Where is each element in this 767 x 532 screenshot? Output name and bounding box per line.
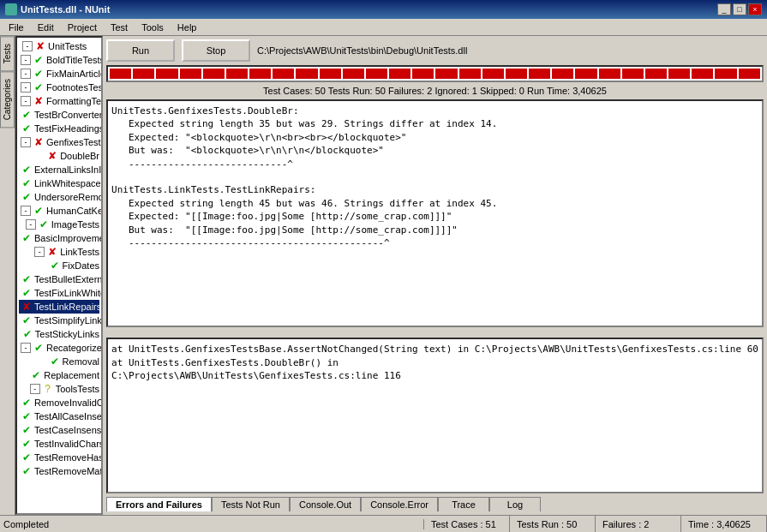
- tree-item[interactable]: ✔RemoveInvalidChars: [19, 396, 99, 409]
- tree-item[interactable]: ✔TestFixHeadings: [19, 122, 99, 135]
- tree-item-label: Replacement: [44, 370, 99, 380]
- tree-item[interactable]: -✔FixMainArticleTests: [19, 67, 99, 81]
- tree-item-label: DoubleBr: [60, 151, 99, 161]
- tree-item[interactable]: ✔TestRemoveHashFromPageTitle: [19, 451, 99, 464]
- tree-item-label: TestFixLinkWhitespace: [34, 288, 101, 298]
- tree-item[interactable]: ✔TestInvalidChars: [19, 437, 99, 451]
- progress-cell: [389, 69, 410, 79]
- menu-project[interactable]: Project: [61, 21, 104, 34]
- close-button[interactable]: ×: [748, 3, 762, 15]
- status-text: Completed: [0, 519, 424, 529]
- tree-item[interactable]: ✔FixDates: [19, 259, 99, 272]
- tree-item[interactable]: ✔TestRemoveMatches: [19, 464, 99, 478]
- splitter[interactable]: [106, 331, 764, 334]
- tree-item[interactable]: ✘TestLinkRepairs: [19, 300, 99, 314]
- test-tree[interactable]: -✘UnitTests-✔BoldTitleTests-✔FixMainArti…: [17, 38, 101, 513]
- tree-expand-icon[interactable]: -: [21, 55, 31, 65]
- bottom-tab-5[interactable]: Log: [489, 497, 541, 511]
- status-cells: Test Cases : 51Tests Run : 50Failures : …: [424, 516, 767, 533]
- side-tab-categories[interactable]: Categories: [0, 71, 15, 128]
- progress-cell: [622, 69, 644, 79]
- menu-file[interactable]: File: [2, 21, 31, 34]
- tree-item-label: FixDates: [63, 260, 99, 271]
- progress-cell: [203, 69, 225, 79]
- tree-item[interactable]: ✔BasicImprovements: [19, 231, 99, 245]
- tree-expand-icon[interactable]: -: [21, 137, 31, 147]
- tree-item-label: TestSimplifyLinks: [34, 315, 101, 326]
- progress-cell: [133, 69, 154, 79]
- tree-item[interactable]: -✘UnitTests: [19, 39, 99, 53]
- maximize-button[interactable]: □: [733, 3, 746, 15]
- tree-item[interactable]: -✔BoldTitleTests: [19, 53, 99, 67]
- tree-item[interactable]: ✔ExternalLinksInImageCaptions: [19, 163, 99, 176]
- tree-expand-icon[interactable]: -: [21, 69, 31, 79]
- side-tab-tests[interactable]: Tests: [0, 36, 15, 71]
- tree-item[interactable]: ✘DoubleBr: [19, 149, 99, 163]
- tree-expand-icon[interactable]: -: [34, 247, 45, 257]
- tree-item[interactable]: -✘GenfixesTests: [19, 135, 99, 149]
- tree-state-icon: ?: [42, 383, 54, 395]
- tree-item[interactable]: -✔RecategorizerTests: [19, 341, 99, 355]
- tree-item[interactable]: -?ToolsTests: [19, 382, 99, 396]
- run-button[interactable]: Run: [106, 39, 175, 62]
- tree-item[interactable]: ✔TestSimplifyLinks: [19, 314, 99, 327]
- tree-expand-icon[interactable]: -: [21, 82, 31, 93]
- status-cell-1: Tests Run : 50: [510, 516, 596, 533]
- bottom-tab-3[interactable]: Console.Error: [361, 497, 438, 511]
- tree-item[interactable]: -✔FootnotesTests: [19, 81, 99, 94]
- tree-item[interactable]: ✔LinkWhitespace: [19, 176, 99, 190]
- tree-item[interactable]: ✔TestAllCaseInsensitive: [19, 409, 99, 423]
- tree-state-icon: ✔: [30, 369, 42, 381]
- run-row: Run Stop C:\Projects\AWB\UnitTests\bin\D…: [106, 39, 764, 62]
- tree-state-icon: ✔: [21, 314, 33, 326]
- tree-item-label: RecategorizerTests: [46, 343, 101, 353]
- progress-cell: [180, 69, 201, 79]
- bottom-tab-0[interactable]: Errors and Failures: [106, 497, 212, 511]
- tree-item[interactable]: ✔TestBulletExternalLinks: [19, 272, 99, 286]
- tree-item[interactable]: ✔TestCaseInsensitive: [19, 423, 99, 437]
- minimize-button[interactable]: _: [717, 3, 731, 15]
- upper-output[interactable]: UnitTests.GenfixesTests.DoubleBr: Expect…: [106, 99, 764, 327]
- lower-output[interactable]: at UnitTests.GenfixesTestsBase.AssertNot…: [106, 338, 764, 493]
- tree-item[interactable]: ✔TestFixLinkWhitespace: [19, 286, 99, 300]
- tree-expand-icon[interactable]: -: [22, 41, 33, 51]
- tree-item[interactable]: -✔HumanCatKeyTests: [19, 204, 99, 218]
- tree-item[interactable]: ✔TestStickyLinks: [19, 327, 99, 341]
- tree-state-icon: ✔: [49, 356, 61, 368]
- progress-cell: [366, 69, 387, 79]
- tree-item[interactable]: -✘FormattingTests: [19, 94, 99, 108]
- bottom-tab-4[interactable]: Trace: [438, 497, 489, 511]
- tree-item-label: BoldTitleTests: [46, 55, 101, 65]
- progress-cell: [296, 69, 317, 79]
- tree-item[interactable]: ✔Removal: [19, 355, 99, 368]
- tree-expand-icon[interactable]: -: [26, 219, 36, 230]
- tree-expand-icon[interactable]: -: [30, 384, 40, 394]
- tree-expand-icon[interactable]: -: [21, 206, 31, 216]
- tree-state-icon: ✔: [21, 191, 33, 203]
- menu-test[interactable]: Test: [104, 21, 135, 34]
- tree-item[interactable]: ✔UndersoreRemovalInExternalLink: [19, 190, 99, 204]
- stop-button[interactable]: Stop: [182, 39, 250, 62]
- status-cell-0: Test Cases : 51: [424, 516, 510, 533]
- tree-item-label: GenfixesTests: [46, 137, 101, 147]
- title-bar: UnitTests.dll - NUnit _ □ ×: [0, 0, 767, 19]
- tree-item[interactable]: ✔Replacement: [19, 368, 99, 382]
- tree-item[interactable]: -✔ImageTests: [19, 218, 99, 231]
- tree-item-label: BasicImprovements: [34, 233, 101, 243]
- tree-item-label: ImageTests: [51, 219, 99, 230]
- bottom-tab-2[interactable]: Console.Out: [290, 497, 361, 511]
- tree-item[interactable]: ✔TestBrConverter: [19, 108, 99, 122]
- tree-item-label: TestBulletExternalLinks: [34, 274, 101, 284]
- tree-expand-icon[interactable]: -: [21, 96, 31, 106]
- tree-item-label: ToolsTests: [56, 384, 99, 394]
- progress-bar: [106, 65, 764, 82]
- menu-edit[interactable]: Edit: [31, 21, 61, 34]
- tree-state-icon: ✔: [21, 410, 33, 422]
- tree-expand-icon[interactable]: -: [21, 343, 31, 353]
- menu-tools[interactable]: Tools: [135, 21, 171, 34]
- tree-item[interactable]: -✘LinkTests: [19, 245, 99, 259]
- tree-item-label: FootnotesTests: [46, 82, 101, 93]
- tree-state-icon: ✔: [38, 218, 50, 230]
- menu-help[interactable]: Help: [171, 21, 204, 34]
- bottom-tab-1[interactable]: Tests Not Run: [212, 497, 290, 511]
